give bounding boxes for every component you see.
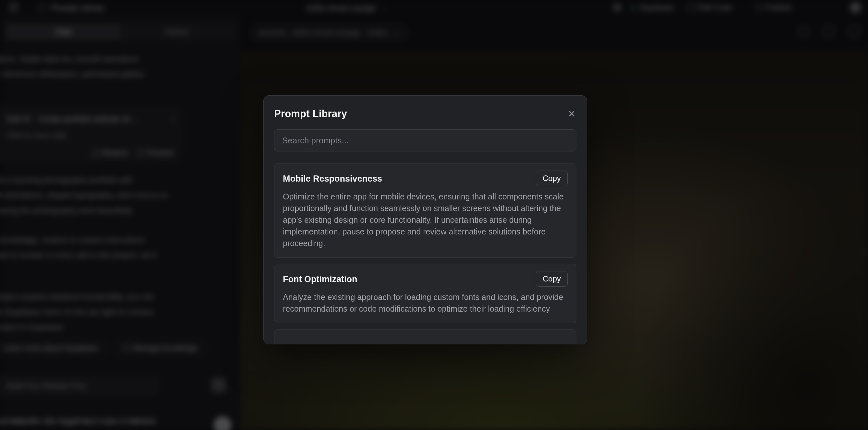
- modal-header: Prompt Library ×: [274, 107, 577, 121]
- copy-button[interactable]: Copy: [536, 271, 568, 287]
- modal-title: Prompt Library: [274, 108, 347, 120]
- prompt-title: Mobile Responsiveness: [283, 171, 382, 184]
- prompt-body: Analyze the existing approach for loadin…: [283, 291, 568, 314]
- prompt-card-header: Mobile Responsiveness Copy: [283, 171, 568, 186]
- search-prompts-input[interactable]: [274, 129, 577, 151]
- prompt-card: Mobile Responsiveness Copy Optimize the …: [274, 163, 577, 258]
- copy-button[interactable]: Copy: [536, 171, 568, 186]
- prompt-list[interactable]: Mobile Responsiveness Copy Optimize the …: [274, 163, 577, 344]
- prompt-title: Font Optimization: [283, 271, 357, 284]
- prompt-card: Font Optimization Copy Analyze the exist…: [274, 264, 577, 323]
- prompt-card-partial: [274, 329, 577, 344]
- prompt-body: Optimize the entire app for mobile devic…: [283, 191, 568, 249]
- close-icon[interactable]: ×: [567, 108, 577, 120]
- prompt-library-modal: Prompt Library × Mobile Responsiveness C…: [264, 95, 587, 344]
- prompt-card-header: Font Optimization Copy: [283, 271, 568, 287]
